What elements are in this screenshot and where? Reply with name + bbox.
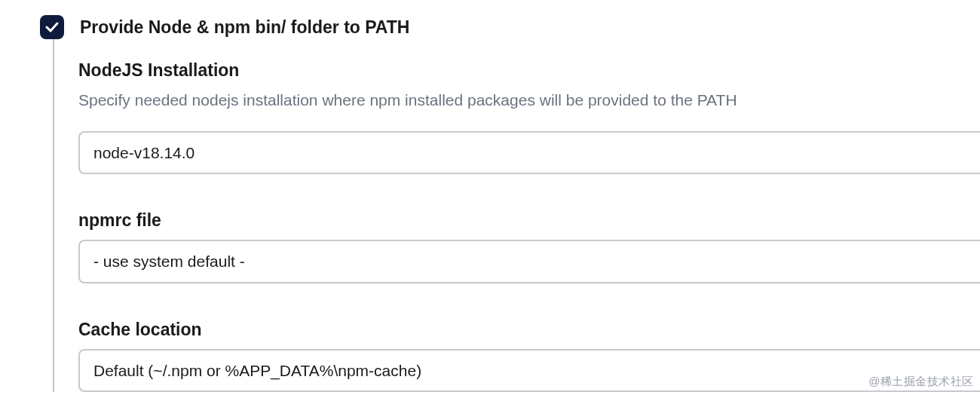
- npmrc-file-group: npmrc file - use system default -: [78, 210, 980, 283]
- provide-node-path-details: NodeJS Installation Specify needed nodej…: [53, 39, 980, 392]
- provide-node-path-section: Provide Node & npm bin/ folder to PATH: [0, 0, 980, 39]
- nodejs-installation-help: Specify needed nodejs installation where…: [78, 90, 980, 110]
- provide-node-path-checkbox[interactable]: [40, 15, 64, 39]
- provide-node-path-label: Provide Node & npm bin/ folder to PATH: [80, 15, 409, 39]
- nodejs-installation-select[interactable]: node-v18.14.0: [78, 131, 980, 174]
- nodejs-installation-title: NodeJS Installation: [78, 60, 980, 81]
- npmrc-file-title: npmrc file: [78, 210, 980, 231]
- check-icon: [45, 22, 59, 32]
- watermark-text: @稀土掘金技术社区: [868, 375, 974, 389]
- cache-location-select[interactable]: Default (~/.npm or %APP_DATA%\npm-cache): [78, 349, 980, 392]
- cache-location-group: Cache location Default (~/.npm or %APP_D…: [78, 320, 980, 392]
- nodejs-installation-group: NodeJS Installation Specify needed nodej…: [78, 60, 980, 174]
- npmrc-file-select[interactable]: - use system default -: [78, 240, 980, 283]
- cache-location-title: Cache location: [78, 320, 980, 340]
